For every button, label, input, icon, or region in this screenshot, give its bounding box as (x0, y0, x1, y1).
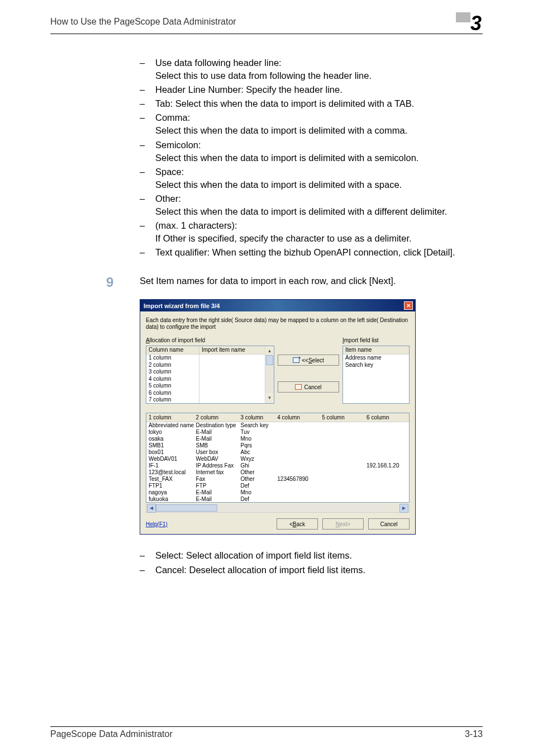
column-name-header: Column name (146, 346, 199, 355)
table-row[interactable]: 123@test.localInternet faxOther (146, 469, 409, 475)
dialog-description: Each data entry from the right side( Sou… (146, 317, 410, 330)
scrollbar-vertical[interactable] (265, 346, 274, 403)
bullet-item: –Cancel: Deselect allocation of import f… (140, 564, 483, 577)
cancel-mapping-button[interactable]: Cancel (278, 381, 339, 393)
table-row[interactable]: IF-1IP Address FaxGhi192.168.1.20 (146, 462, 409, 469)
import-field-list-label: Import field list (342, 337, 410, 343)
help-link[interactable]: Help(F1) (146, 521, 168, 527)
dialog-title: Import wizard from file 3/4 (144, 303, 220, 309)
page-header: How to Use the PageScope Data Administra… (50, 17, 483, 34)
table-row[interactable]: SMB1SMBPqrs (146, 442, 409, 448)
bullet-item: –Header Line Number: Specify the header … (140, 83, 483, 96)
page-footer: PageScope Data Administrator 3-13 (50, 726, 483, 739)
cancel-button[interactable]: Cancel (368, 518, 410, 530)
import-field-listbox[interactable]: Item name Address nameSearch key (342, 346, 410, 404)
table-header[interactable]: 3 column (238, 413, 275, 422)
cancel-icon (295, 384, 302, 390)
post-dialog-bullet-list: –Select: Select allocation of import fie… (140, 549, 483, 576)
table-header[interactable]: 2 column (194, 413, 239, 422)
allocation-rows-right (199, 355, 274, 404)
table-row[interactable]: osakaE-MailMno (146, 435, 409, 442)
content-area: –Use data following header line:Select t… (140, 56, 483, 577)
dialog-footer: Help(F1) <Back Next> Cancel (146, 518, 410, 530)
step-number: 9 (106, 275, 140, 290)
options-bullet-list: –Use data following header line:Select t… (140, 56, 483, 259)
import-item-name-header: Import item name (199, 346, 274, 355)
bullet-item: –Space:Select this when the data to impo… (140, 166, 483, 191)
bullet-item: –Other:Select this when the data to impo… (140, 192, 483, 218)
step-row: 9 Set Item names for data to import in e… (140, 275, 483, 290)
back-button[interactable]: <Back (277, 518, 318, 530)
mapping-row: Column name 1 column2 column3 column4 co… (146, 346, 410, 408)
table-row[interactable]: nagoyaE-MailMno (146, 489, 409, 495)
allocation-label: Allocation of import field (146, 337, 205, 343)
select-button[interactable]: <<Select (278, 355, 339, 366)
footer-page: 3-13 (465, 729, 483, 739)
chapter-number: 3 (470, 12, 483, 35)
table-row[interactable]: fukuokaE-MailDef (146, 495, 409, 502)
allocation-listbox[interactable]: Column name 1 column2 column3 column4 co… (146, 346, 274, 404)
mapping-buttons: <<Select Cancel (278, 346, 339, 408)
close-icon[interactable]: ✕ (404, 301, 413, 310)
preview-table[interactable]: 1 column2 column3 column4 column5 column… (146, 413, 409, 502)
table-header[interactable]: 4 column (275, 413, 320, 422)
table-row[interactable]: WebDAV01WebDAVWxyz (146, 455, 409, 462)
next-button[interactable]: Next> (322, 518, 364, 530)
field-list-rows: Address nameSearch key (343, 355, 409, 404)
footer-product: PageScope Data Administrator (50, 729, 173, 739)
allocation-rows: 1 column2 column3 column4 column5 column… (146, 355, 199, 404)
bullet-item: –Use data following header line:Select t… (140, 56, 483, 82)
table-row[interactable]: Test_FAXFaxOther1234567890 (146, 475, 409, 482)
bullet-item: –(max. 1 characters):If Other is specifi… (140, 219, 483, 245)
import-wizard-dialog: Import wizard from file 3/4 ✕ Each data … (140, 299, 416, 535)
select-icon (293, 357, 299, 363)
bullet-item: –Tab: Select this when the data to impor… (140, 97, 483, 110)
table-row[interactable]: FTP1FTPDef (146, 482, 409, 489)
preview-table-wrap: 1 column2 column3 column4 column5 column… (146, 413, 410, 503)
bullet-item: –Select: Select allocation of import fie… (140, 549, 483, 562)
bullet-item: –Comma:Select this when the data to impo… (140, 111, 483, 137)
scrollbar-horizontal[interactable] (146, 504, 410, 513)
item-name-header: Item name (343, 346, 409, 355)
table-header[interactable]: 6 column (364, 413, 409, 422)
bullet-item: –Text qualifier: When setting the bizhub… (140, 246, 483, 259)
header-title: How to Use the PageScope Data Administra… (50, 17, 236, 27)
allocation-block: Column name 1 column2 column3 column4 co… (146, 346, 274, 408)
dialog-titlebar: Import wizard from file 3/4 ✕ (140, 300, 415, 311)
step-text: Set Item names for data to import in eac… (140, 275, 396, 290)
table-header[interactable]: 1 column (146, 413, 194, 422)
chapter-badge-bg (456, 12, 470, 22)
table-row[interactable]: box01User boxAbc (146, 448, 409, 455)
dialog-body: Each data entry from the right side( Sou… (140, 311, 415, 534)
table-row[interactable]: tokyoE-MailTuv (146, 428, 409, 435)
table-header[interactable]: 5 column (320, 413, 364, 422)
chapter-badge: 3 (456, 15, 483, 32)
bullet-item: –Semicolon:Select this when the data to … (140, 139, 483, 164)
table-row[interactable]: Abbreviated nameDestination typeSearch k… (146, 422, 409, 428)
import-field-list-block: Item name Address nameSearch key (342, 346, 410, 408)
